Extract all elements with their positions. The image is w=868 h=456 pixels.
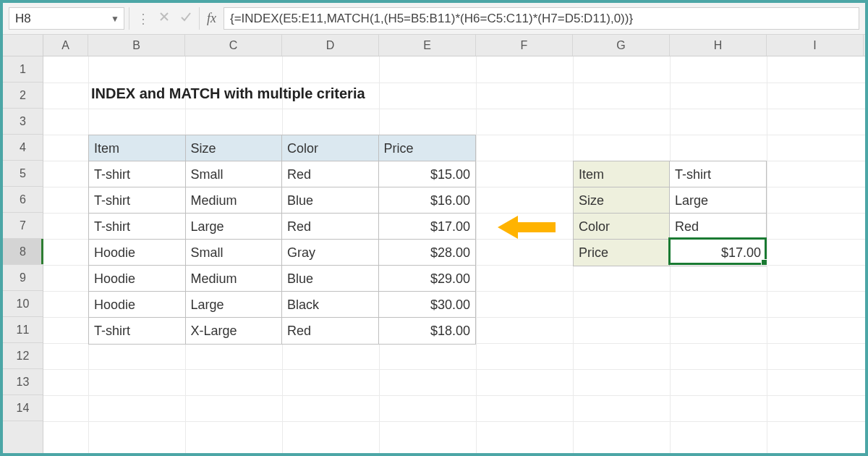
cancel-icon[interactable] (158, 11, 170, 26)
cell[interactable]: Hoodie (89, 240, 186, 266)
cell[interactable]: $16.00 (379, 187, 476, 214)
lookup-value[interactable]: T-shirt (670, 161, 766, 187)
page-title: INDEX and MATCH with multiple criteria (91, 85, 365, 102)
cell[interactable]: Gray (282, 240, 379, 266)
fx-label[interactable]: fx (200, 3, 224, 34)
table-row: Price $17.00 (574, 240, 766, 266)
worksheet-grid: 1 2 3 4 5 6 7 8 9 10 11 12 13 14 A B C D… (3, 35, 865, 453)
col-header[interactable]: C (185, 35, 282, 56)
main-table-header[interactable]: Size (186, 135, 283, 161)
name-box-value: H8 (15, 12, 31, 26)
table-row: Size Large (574, 187, 766, 214)
column-headers: A B C D E F G H I (43, 35, 865, 56)
cell[interactable]: Red (282, 161, 379, 187)
row-header[interactable]: 4 (3, 135, 43, 161)
name-box[interactable]: H8 ▼ (9, 7, 124, 30)
cell[interactable]: Blue (282, 187, 379, 214)
lookup-label[interactable]: Size (574, 187, 670, 214)
cell[interactable]: Large (186, 214, 283, 240)
row-header[interactable]: 2 (3, 83, 43, 109)
row-header[interactable]: 11 (3, 317, 43, 343)
formula-bar: H8 ▼ ⋮ fx {=INDEX(E5:E11,MATCH(1,(H5=B5:… (3, 3, 865, 35)
lookup-label[interactable]: Color (574, 214, 670, 240)
cell[interactable]: Medium (186, 187, 283, 214)
row-headers: 1 2 3 4 5 6 7 8 9 10 11 12 13 14 (3, 35, 43, 453)
lookup-table: Item T-shirt Size Large Color Red Price … (573, 161, 767, 266)
main-table-header[interactable]: Color (282, 135, 379, 161)
row-header[interactable]: 10 (3, 291, 43, 317)
col-header[interactable]: H (670, 35, 767, 56)
cell[interactable]: $30.00 (379, 292, 476, 318)
table-row: Hoodie Medium Blue $29.00 (89, 266, 475, 292)
row-header[interactable]: 9 (3, 265, 43, 291)
row-header[interactable]: 1 (3, 56, 43, 83)
col-header[interactable]: F (476, 35, 573, 56)
table-row: Item T-shirt (574, 161, 766, 187)
row-header[interactable]: 14 (3, 395, 43, 421)
table-row: Color Red (574, 214, 766, 240)
table-row: T-shirt X-Large Red $18.00 (89, 318, 475, 344)
cell[interactable]: $17.00 (379, 214, 476, 240)
col-header[interactable]: E (379, 35, 476, 56)
select-all-corner[interactable] (3, 35, 43, 56)
cell[interactable]: $29.00 (379, 266, 476, 292)
table-row: T-shirt Large Red $17.00 (89, 214, 475, 240)
table-row: Hoodie Small Gray $28.00 (89, 240, 475, 266)
lookup-result[interactable]: $17.00 (670, 240, 766, 266)
arrow-left-icon (498, 214, 556, 244)
row-header[interactable]: 7 (3, 213, 43, 239)
lookup-label[interactable]: Item (574, 161, 670, 187)
app-frame: H8 ▼ ⋮ fx {=INDEX(E5:E11,MATCH(1,(H5=B5:… (0, 0, 868, 456)
cell[interactable]: Red (282, 214, 379, 240)
cell[interactable]: T-shirt (89, 318, 186, 344)
cell[interactable]: Black (282, 292, 379, 318)
row-header[interactable]: 6 (3, 187, 43, 213)
col-header[interactable]: D (282, 35, 379, 56)
main-table-header[interactable]: Price (379, 135, 476, 161)
row-header-selected[interactable]: 8 (3, 239, 43, 265)
cell[interactable]: Small (186, 161, 283, 187)
dots-icon: ⋮ (137, 11, 148, 27)
lookup-value[interactable]: Red (670, 214, 766, 240)
main-table-header[interactable]: Item (89, 135, 186, 161)
cell[interactable]: Red (282, 318, 379, 344)
cell[interactable]: $28.00 (379, 240, 476, 266)
formula-input[interactable]: {=INDEX(E5:E11,MATCH(1,(H5=B5:B11)*(H6=C… (224, 7, 859, 30)
row-header[interactable]: 5 (3, 161, 43, 187)
cell[interactable]: Hoodie (89, 292, 186, 318)
formula-text: {=INDEX(E5:E11,MATCH(1,(H5=B5:B11)*(H6=C… (230, 12, 633, 26)
col-header[interactable]: I (767, 35, 864, 56)
lookup-value[interactable]: Large (670, 187, 766, 214)
main-table: Item Size Color Price T-shirt Small Red … (88, 135, 476, 345)
cell[interactable]: T-shirt (89, 161, 186, 187)
cell[interactable]: Hoodie (89, 266, 186, 292)
col-header[interactable]: G (573, 35, 670, 56)
cell[interactable]: Small (186, 240, 283, 266)
col-header[interactable]: B (88, 35, 185, 56)
svg-marker-0 (498, 216, 556, 239)
table-row: T-shirt Medium Blue $16.00 (89, 187, 475, 214)
enter-icon[interactable] (180, 11, 192, 26)
cell[interactable]: X-Large (186, 318, 283, 344)
table-row: T-shirt Small Red $15.00 (89, 161, 475, 187)
table-row: Hoodie Large Black $30.00 (89, 292, 475, 318)
cell[interactable]: Medium (186, 266, 283, 292)
cell[interactable]: $18.00 (379, 318, 476, 344)
col-header[interactable]: A (43, 35, 88, 56)
formula-bar-buttons: ⋮ (129, 7, 200, 30)
lookup-label[interactable]: Price (574, 240, 670, 266)
grid-columns: A B C D E F G H I (43, 35, 865, 453)
cell[interactable]: Large (186, 292, 283, 318)
cell[interactable]: Blue (282, 266, 379, 292)
cells-area[interactable]: INDEX and MATCH with multiple criteria I… (43, 56, 865, 453)
cell[interactable]: T-shirt (89, 214, 186, 240)
chevron-down-icon[interactable]: ▼ (111, 14, 119, 24)
row-header[interactable]: 13 (3, 369, 43, 395)
row-header[interactable]: 12 (3, 343, 43, 369)
cell[interactable]: $15.00 (379, 161, 476, 187)
cell[interactable]: T-shirt (89, 187, 186, 214)
row-header[interactable]: 3 (3, 109, 43, 135)
